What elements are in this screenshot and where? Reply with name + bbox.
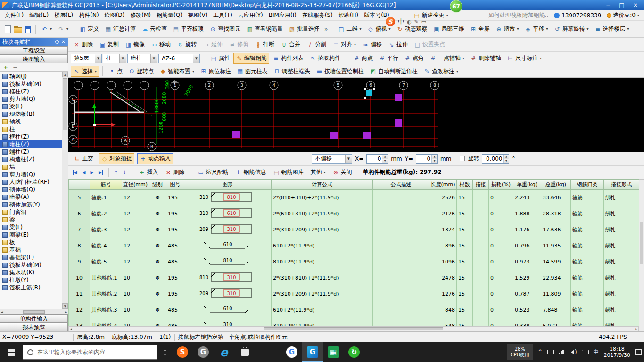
ime-keyboard-icon[interactable]: ▭ bbox=[421, 19, 426, 25]
extend-button[interactable]: →延伸 bbox=[200, 39, 225, 50]
row-number[interactable]: 5 bbox=[69, 190, 90, 206]
cell-grade[interactable]: Φ bbox=[149, 318, 166, 327]
cell-category[interactable]: 箍筋 bbox=[571, 318, 604, 327]
view-2d-button[interactable]: □二维▾ bbox=[335, 24, 363, 34]
cell-lap-type[interactable]: 绑扎 bbox=[604, 318, 639, 327]
cell-length[interactable]: 1096 bbox=[429, 254, 457, 270]
taskbar-app-store[interactable] bbox=[234, 342, 255, 362]
cell-count[interactable]: 15 bbox=[457, 222, 473, 238]
dimension-button[interactable]: ⊢尺寸标注▾ bbox=[504, 53, 544, 64]
cell-length[interactable]: 2126 bbox=[429, 206, 457, 222]
cell-formula-desc[interactable] bbox=[373, 190, 429, 206]
tree-item-ring-beam[interactable]: 圈梁(E) bbox=[0, 231, 62, 239]
column-header[interactable]: 公式描述 bbox=[373, 180, 429, 190]
panel-close-icon[interactable]: × bbox=[61, 40, 66, 44]
chevron-down-icon[interactable]: ▼ bbox=[150, 54, 157, 63]
cell-formula[interactable]: 2*(310+209)+2*(11.9*d) bbox=[272, 222, 373, 238]
tree-item-raft-foundation[interactable]: 筏板基础(M) bbox=[0, 261, 62, 269]
category-combo[interactable]: 柱▼ bbox=[103, 54, 126, 63]
cell-rebar-name[interactable]: 箍筋.1 bbox=[90, 190, 122, 206]
cell-lap-type[interactable]: 绑扎 bbox=[604, 286, 639, 302]
cell-rebar-name[interactable]: 箍筋.3 bbox=[90, 222, 122, 238]
cell-length[interactable]: 2478 bbox=[429, 270, 457, 286]
cell-grade[interactable]: Φ bbox=[149, 286, 166, 302]
scroll-up-icon[interactable]: ▲ bbox=[62, 72, 68, 77]
cell-count[interactable]: 15 bbox=[457, 318, 473, 327]
cell-lap[interactable] bbox=[473, 318, 489, 327]
zoom-button[interactable]: ⊕缩放▾ bbox=[493, 24, 521, 34]
cell-unit-weight[interactable]: 2.243 bbox=[513, 190, 541, 206]
cell-grade[interactable]: Φ bbox=[149, 238, 166, 254]
cell-category[interactable]: 箍筋 bbox=[571, 190, 604, 206]
tree-item-raft-main-rebar[interactable]: 筏板主筋(R) bbox=[0, 284, 62, 291]
dropdown-arrow-icon[interactable]: ▾ bbox=[456, 69, 458, 74]
cell-figure-no[interactable]: 195 bbox=[166, 206, 184, 222]
rotate-button[interactable]: ↻旋转 bbox=[174, 39, 199, 50]
rebar-row[interactable]: 6箍筋.212Φ1953106102*(610+310)+2*(11.9*d)2… bbox=[69, 206, 639, 222]
cell-rebar-name[interactable]: 箍筋.2 bbox=[90, 206, 122, 222]
cell-count[interactable]: 15 bbox=[457, 286, 473, 302]
tree-item-beam[interactable]: 梁(L) bbox=[0, 223, 62, 231]
dropdown-arrow-icon[interactable]: ▾ bbox=[95, 69, 97, 74]
cell-figure-no[interactable]: 195 bbox=[166, 270, 184, 286]
rebar-library-button[interactable]: ▤钢筋图库 bbox=[271, 167, 306, 178]
rebar-row[interactable]: 12其他箍筋.310Φ485610610+2*(11.9*d)8481500.5… bbox=[69, 302, 639, 318]
ime-indicator[interactable]: 中 bbox=[594, 348, 599, 356]
cell-lap[interactable] bbox=[473, 190, 489, 206]
split-button[interactable]: ∕分割 bbox=[304, 39, 329, 50]
ime-floating-bar[interactable]: S 中 ◐ ✎ ▭ bbox=[386, 17, 426, 26]
pin-icon[interactable] bbox=[55, 40, 59, 44]
column-header[interactable]: 根数 bbox=[457, 180, 473, 190]
fullscreen-button[interactable]: ⊞全屏 bbox=[467, 24, 492, 34]
point-angle-axis-button[interactable]: #点角 bbox=[402, 53, 426, 64]
action-center-icon[interactable] bbox=[635, 349, 642, 355]
cell-diameter[interactable]: 10 bbox=[122, 302, 149, 318]
tree-item-masonry-reinforce[interactable]: 砌体加筋(Y) bbox=[0, 201, 62, 208]
cell-total-weight[interactable]: 11.809 bbox=[541, 286, 571, 302]
break-button[interactable]: ∦打断 bbox=[252, 39, 277, 50]
cell-formula[interactable]: 810+2*(11.9*d) bbox=[272, 254, 373, 270]
cell-lap[interactable] bbox=[473, 238, 489, 254]
cell-count[interactable]: 15 bbox=[457, 190, 473, 206]
point-draw-button[interactable]: •点 bbox=[106, 66, 125, 77]
cell-shape[interactable]: 810310 bbox=[184, 270, 272, 286]
cell-count[interactable]: 15 bbox=[457, 254, 473, 270]
cpu-monitor[interactable]: 28%CPU使用 bbox=[507, 344, 533, 360]
adjust-column-end-button[interactable]: ⊓调整柱端头 bbox=[271, 66, 313, 77]
cell-diameter[interactable]: 10 bbox=[122, 270, 149, 286]
cad-drawing[interactable]: 12345678CBAAB30003902680600120013600 bbox=[68, 78, 644, 152]
y-input[interactable]: 0▲▼ bbox=[416, 154, 438, 164]
auto-corner-column-button[interactable]: ◩自动判断边角柱 bbox=[367, 66, 420, 77]
cell-formula-desc[interactable] bbox=[373, 254, 429, 270]
tree-hscrollbar[interactable]: ◀ ▶ bbox=[0, 309, 68, 314]
scroll-thumb[interactable] bbox=[264, 327, 443, 330]
select-cursor-button[interactable]: ↖选择▾ bbox=[71, 66, 99, 77]
rebar-row[interactable]: 13其他箍筋.410Φ485310310+2*(11.9*d)5481500.3… bbox=[69, 318, 639, 327]
cell-loss[interactable]: 0 bbox=[489, 302, 513, 318]
cell-diameter[interactable]: 10 bbox=[122, 318, 149, 327]
cell-formula[interactable]: 610+2*(11.9*d) bbox=[272, 302, 373, 318]
undo-button[interactable]: ↶▾ bbox=[39, 24, 54, 34]
dropdown-arrow-icon[interactable]: ▾ bbox=[586, 27, 588, 31]
screen-rotate-button[interactable]: ↺屏幕旋转▾ bbox=[551, 24, 591, 34]
stretch-button[interactable]: ↘拉伸 bbox=[386, 39, 410, 50]
cell-lap-type[interactable]: 绑扎 bbox=[604, 270, 639, 286]
menu-item[interactable]: 视图(V) bbox=[185, 10, 211, 20]
cell-formula-desc[interactable] bbox=[373, 270, 429, 286]
row-number[interactable]: 13 bbox=[69, 318, 90, 327]
tree-item-beam[interactable]: 梁(L) bbox=[0, 103, 62, 110]
cell-diameter[interactable]: 12 bbox=[122, 222, 149, 238]
dropdown-arrow-icon[interactable]: ▾ bbox=[462, 56, 464, 60]
cell-category[interactable]: 箍筋 bbox=[571, 270, 604, 286]
close-button[interactable]: × bbox=[629, 1, 642, 9]
cell-rebar-name[interactable]: 其他箍筋.3 bbox=[90, 302, 122, 318]
row-number[interactable]: 6 bbox=[69, 206, 90, 222]
cell-unit-weight[interactable]: 0.973 bbox=[513, 254, 541, 270]
tree-item-hidden-beam[interactable]: 暗梁(A) bbox=[0, 193, 62, 201]
cell-category[interactable]: 箍筋 bbox=[571, 222, 604, 238]
menu-item[interactable]: BIM应用(I) bbox=[266, 10, 299, 20]
cell-diameter[interactable]: 10 bbox=[122, 286, 149, 302]
insitu-dimension-button[interactable]: ⊞原位标注 bbox=[198, 66, 233, 77]
cell-diameter[interactable]: 12 bbox=[122, 254, 149, 270]
row-number[interactable]: 9 bbox=[69, 254, 90, 270]
